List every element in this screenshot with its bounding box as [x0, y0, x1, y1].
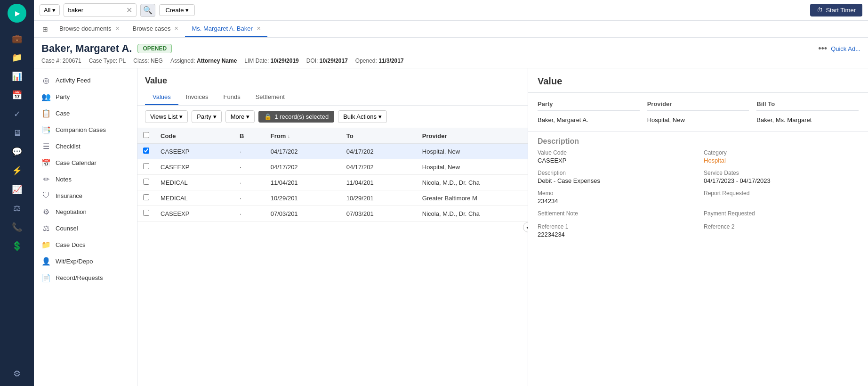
field-reference-2: Reference 2 [704, 223, 859, 238]
sub-tab-values[interactable]: Values [145, 90, 178, 105]
select-all-header[interactable] [137, 128, 155, 144]
sidebar-icon-gear[interactable]: ⚙ [8, 365, 25, 382]
sidebar-icon-check[interactable]: ✓ [8, 106, 25, 123]
row-checkbox[interactable] [143, 163, 149, 169]
sub-tab-settlement[interactable]: Settlement [248, 90, 292, 105]
views-list-label: Views List [150, 113, 177, 120]
select-all-checkbox[interactable] [143, 132, 149, 138]
nav-item-notes[interactable]: ✏ Notes [34, 171, 137, 188]
nav-item-record-requests[interactable]: 📄 Record/Requests [34, 270, 137, 286]
more-filter-button[interactable]: More ▾ [225, 110, 255, 123]
play-button[interactable] [8, 4, 26, 23]
description-value: Debit - Case Expenses [538, 177, 692, 184]
start-timer-label: Start Timer [826, 7, 856, 14]
search-input[interactable] [68, 7, 124, 14]
nav-item-negotiation[interactable]: ⚙ Negotiation [34, 204, 137, 220]
sidebar-icon-graph[interactable]: 📈 [8, 181, 25, 198]
sidebar-icon-calendar[interactable]: 📅 [8, 87, 25, 104]
sidebar-icon-dollar[interactable]: 💲 [8, 238, 25, 255]
row-checkbox-cell[interactable] [137, 206, 155, 222]
nav-item-case-calendar[interactable]: 📅 Case Calendar [34, 155, 137, 171]
quick-add-button[interactable]: Quick Ad... [831, 45, 860, 52]
row-checkbox-cell[interactable] [137, 175, 155, 190]
more-actions-button[interactable]: ••• [818, 44, 827, 54]
party-filter-button[interactable]: Party ▾ [192, 110, 221, 123]
sidebar-icon-briefcase[interactable]: 💼 [8, 30, 25, 47]
more-filter-label: More [231, 113, 245, 120]
field-settlement-note: Settlement Note [538, 210, 692, 218]
record-requests-icon: 📄 [41, 273, 51, 282]
timer-icon: ⏱ [817, 7, 823, 14]
create-button[interactable]: Create ▾ [159, 4, 195, 16]
row-checkbox[interactable] [143, 210, 149, 216]
row-checkbox[interactable] [143, 148, 149, 154]
nav-item-party[interactable]: 👥 Party [34, 89, 137, 105]
nav-case-label: Case [56, 110, 70, 117]
search-go-button[interactable]: 🔍 [140, 4, 155, 17]
start-timer-button[interactable]: ⏱ Start Timer [810, 4, 862, 16]
nav-item-wit-exp-depo[interactable]: 👤 Wit/Exp/Depo [34, 253, 137, 270]
chevron-down-icon: ▾ [213, 113, 217, 120]
nav-item-case[interactable]: 📋 Case [34, 105, 137, 122]
nav-item-companion-cases[interactable]: 📑 Companion Cases [34, 122, 137, 138]
tab-browse-cases-label: Browse cases [133, 25, 171, 32]
search-section: All ▾ ✕ 🔍 Create ▾ [40, 3, 195, 17]
sidebar-icon-folder[interactable]: 📁 [8, 49, 25, 66]
tab-baker-close[interactable]: ✕ [257, 25, 261, 32]
values-table: Code B From ↓ To Provider [137, 128, 528, 222]
nav-item-checklist[interactable]: ☰ Checklist [34, 138, 137, 155]
sidebar-icon-phone[interactable]: 📞 [8, 219, 25, 236]
report-requested-label: Report Requested [704, 190, 859, 197]
table-row[interactable]: CASEEXP · 04/17/202 04/17/202 Hospital, … [137, 159, 528, 175]
sidebar-icon-lightning[interactable]: ⚡ [8, 162, 25, 179]
tab-browse-documents-close[interactable]: ✕ [115, 25, 120, 32]
service-dates-label: Service Dates [704, 170, 859, 176]
row-from: 07/03/201 [265, 206, 341, 222]
sub-tab-funds[interactable]: Funds [216, 90, 248, 105]
table-scroll: Code B From ↓ To Provider [137, 128, 528, 386]
tab-browse-cases-close[interactable]: ✕ [174, 25, 178, 32]
provider-col-header: Provider [647, 99, 749, 111]
row-checkbox-cell[interactable] [137, 190, 155, 206]
nav-item-case-docs[interactable]: 📁 Case Docs [34, 237, 137, 253]
sidebar-icon-monitor[interactable]: 🖥 [8, 124, 25, 141]
service-dates-value: 04/17/2023 - 04/17/2023 [704, 177, 859, 184]
selected-count-text: 1 record(s) selected [274, 113, 329, 120]
search-filter-dropdown[interactable]: All ▾ [40, 4, 60, 16]
sidebar-icon-scales[interactable]: ⚖ [8, 200, 25, 217]
sidebar-icon-chart[interactable]: 📊 [8, 68, 25, 85]
table-row[interactable]: MEDICAL · 10/29/201 10/29/201 Greater Ba… [137, 190, 528, 206]
reference-1-label: Reference 1 [538, 223, 692, 230]
party-icon: 👥 [41, 92, 51, 101]
tab-baker[interactable]: Ms. Margaret A. Baker ✕ [185, 21, 267, 37]
sidebar-icon-message[interactable]: 💬 [8, 143, 25, 160]
field-reference-1: Reference 1 22234234 [538, 223, 692, 238]
row-checkbox-cell[interactable] [137, 159, 155, 175]
sub-tab-invoices[interactable]: Invoices [178, 90, 216, 105]
provider-col-value: Hospital, New [647, 115, 749, 125]
detail-party-col: Party Baker, Margaret A. [538, 99, 640, 125]
row-provider: Hospital, New [417, 144, 528, 159]
table-row[interactable]: CASEEXP · 07/03/201 07/03/201 Nicola, M.… [137, 206, 528, 222]
table-row[interactable]: MEDICAL · 11/04/201 11/04/201 Nicola, M.… [137, 175, 528, 190]
row-checkbox[interactable] [143, 194, 149, 200]
row-checkbox[interactable] [143, 179, 149, 185]
nav-item-activity-feed[interactable]: ◎ Activity Feed [34, 72, 137, 89]
insurance-icon: 🛡 [41, 191, 51, 200]
clear-search-icon[interactable]: ✕ [126, 6, 132, 15]
table-row[interactable]: CASEEXP · 04/17/202 04/17/202 Hospital, … [137, 144, 528, 159]
tab-browse-cases[interactable]: Browse cases ✕ [126, 21, 185, 37]
nav-item-insurance[interactable]: 🛡 Insurance [34, 188, 137, 204]
row-provider: Hospital, New [417, 159, 528, 175]
bulk-actions-button[interactable]: Bulk Actions ▾ [338, 110, 387, 123]
tab-browse-documents[interactable]: Browse documents ✕ [53, 21, 126, 37]
views-list-button[interactable]: Views List ▾ [145, 110, 188, 123]
grid-icon[interactable]: ⊞ [38, 23, 53, 36]
selected-bar: 🔒 1 record(s) selected Bulk Actions ▾ [258, 110, 387, 123]
reference-1-value: 22234234 [538, 231, 692, 238]
row-checkbox-cell[interactable] [137, 144, 155, 159]
case-assigned: Assigned: Attorney Name [170, 57, 237, 64]
nav-item-counsel[interactable]: ⚖ Counsel [34, 220, 137, 237]
col-from[interactable]: From ↓ [265, 128, 341, 144]
row-provider: Greater Baltimore M [417, 190, 528, 206]
